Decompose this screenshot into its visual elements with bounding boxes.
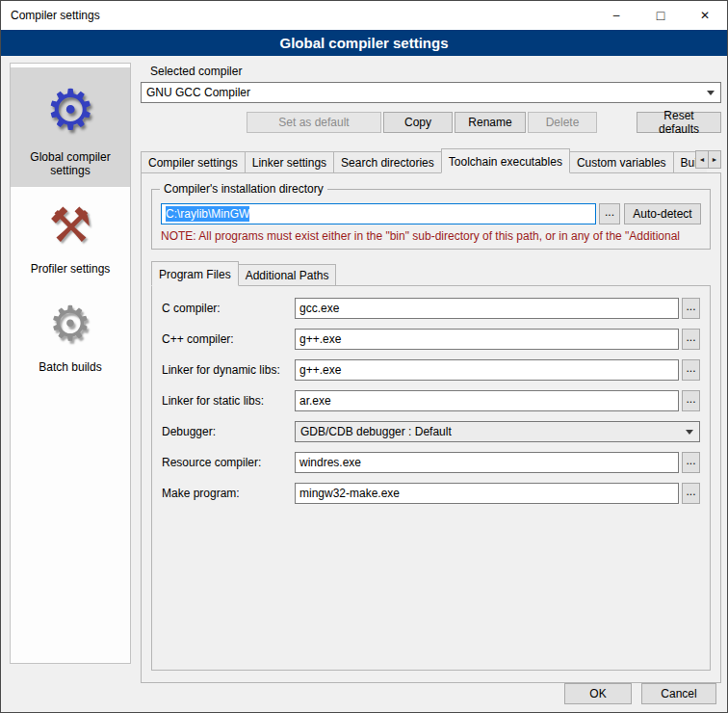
dynamic-linker-row: Linker for dynamic libs: g++.exe ...	[162, 359, 700, 381]
tab-additional-paths[interactable]: Additional Paths	[238, 264, 337, 286]
copy-button[interactable]: Copy	[383, 112, 453, 133]
static-linker-input[interactable]: ar.exe	[295, 390, 679, 411]
cpp-compiler-row: C++ compiler: g++.exe ...	[162, 329, 700, 350]
make-program-input[interactable]: mingw32-make.exe	[295, 483, 679, 504]
maximize-icon: □	[657, 8, 664, 23]
browse-make-program-button[interactable]: ...	[682, 483, 700, 504]
browse-install-dir-button[interactable]: ...	[599, 203, 620, 224]
tab-strip: Compiler settings Linker settings Search…	[141, 148, 721, 173]
settings-tabs: Compiler settings Linker settings Search…	[141, 148, 721, 683]
compiler-settings-dialog: Compiler settings – □ ✕ Global compiler …	[0, 0, 728, 713]
static-linker-row: Linker for static libs: ar.exe ...	[162, 390, 700, 411]
browse-static-linker-button[interactable]: ...	[682, 390, 700, 411]
sidebar-item-global-compiler-settings[interactable]: ⚙ Global compiler settings	[11, 67, 130, 187]
window-controls: – □ ✕	[594, 1, 727, 30]
tab-search-directories[interactable]: Search directories	[333, 151, 442, 173]
ok-button[interactable]: OK	[564, 683, 632, 704]
gear-stack-icon: ⚙	[49, 293, 92, 355]
rename-button[interactable]: Rename	[455, 112, 526, 133]
tab-toolchain-executables[interactable]: Toolchain executables	[441, 148, 570, 173]
tab-scroll-right-button[interactable]: ►	[708, 150, 721, 169]
window-titlebar: Compiler settings – □ ✕	[1, 1, 727, 30]
install-dir-input[interactable]: C:\raylib\MinGW	[161, 203, 596, 224]
c-compiler-row: C compiler: gcc.exe ...	[162, 298, 700, 319]
sidebar-item-batch-builds[interactable]: ⚙ Batch builds	[11, 285, 130, 383]
cancel-button[interactable]: Cancel	[641, 683, 716, 704]
main-panel: Selected compiler GNU GCC Compiler Set a…	[141, 61, 721, 683]
close-icon: ✕	[700, 9, 710, 22]
sidebar-item-profiler-settings[interactable]: ⚒ Profiler settings	[11, 187, 130, 285]
browse-resource-compiler-button[interactable]: ...	[682, 452, 700, 473]
c-compiler-value: gcc.exe	[299, 302, 339, 315]
make-program-label: Make program:	[162, 487, 295, 500]
installation-directory-row: C:\raylib\MinGW ... Auto-detect	[161, 203, 701, 224]
maximize-button[interactable]: □	[638, 1, 683, 30]
reset-defaults-button[interactable]: Reset defaults	[637, 112, 721, 133]
program-subtabs: Program Files Additional Paths C compile…	[151, 261, 711, 671]
c-compiler-label: C compiler:	[162, 302, 295, 315]
installation-directory-group: Compiler's installation directory C:\ray…	[151, 189, 711, 250]
toolchain-executables-page: Compiler's installation directory C:\ray…	[141, 172, 721, 683]
program-files-page: C compiler: gcc.exe ... C++ compiler: g+…	[151, 285, 711, 671]
close-button[interactable]: ✕	[683, 1, 727, 30]
tab-scrollers: ◄ ►	[696, 150, 721, 169]
tab-compiler-settings[interactable]: Compiler settings	[141, 151, 246, 173]
sidebar-item-label: Profiler settings	[31, 262, 111, 276]
debugger-row: Debugger: GDB/CDB debugger : Default	[162, 421, 700, 442]
browse-dynamic-linker-button[interactable]: ...	[682, 359, 700, 381]
cpp-compiler-value: g++.exe	[299, 332, 341, 346]
installation-directory-group-title: Compiler's installation directory	[160, 182, 327, 196]
chevron-down-icon	[704, 91, 717, 95]
chevron-down-icon	[683, 430, 696, 435]
debugger-select[interactable]: GDB/CDB debugger : Default	[295, 421, 700, 442]
debugger-value: GDB/CDB debugger : Default	[300, 425, 683, 438]
selected-compiler-label: Selected compiler	[150, 65, 721, 78]
sub-tab-strip: Program Files Additional Paths	[151, 261, 711, 286]
tab-program-files[interactable]: Program Files	[151, 261, 239, 286]
static-linker-label: Linker for static libs:	[162, 394, 295, 408]
arrow-left-icon: ◄	[699, 156, 706, 163]
cpp-compiler-input[interactable]: g++.exe	[295, 329, 679, 350]
dialog-footer: OK Cancel	[564, 683, 716, 704]
debugger-label: Debugger:	[162, 425, 295, 438]
cpp-compiler-label: C++ compiler:	[162, 332, 295, 346]
dynamic-linker-value: g++.exe	[299, 363, 341, 377]
settings-sidebar: ⚙ Global compiler settings ⚒ Profiler se…	[10, 63, 131, 664]
sidebar-item-label: Batch builds	[39, 360, 101, 374]
compiler-actions-row: Set as default Copy Rename Delete Reset …	[141, 112, 721, 133]
resource-compiler-label: Resource compiler:	[162, 456, 295, 469]
c-compiler-input[interactable]: gcc.exe	[295, 298, 679, 319]
static-linker-value: ar.exe	[299, 394, 331, 408]
dynamic-linker-label: Linker for dynamic libs:	[162, 363, 295, 377]
window-title: Compiler settings	[1, 9, 100, 22]
browse-c-compiler-button[interactable]: ...	[682, 298, 700, 319]
delete-button[interactable]: Delete	[528, 112, 597, 133]
minimize-icon: –	[613, 9, 620, 22]
arrow-right-icon: ►	[712, 156, 718, 163]
browse-cpp-compiler-button[interactable]: ...	[682, 329, 700, 350]
resource-compiler-row: Resource compiler: windres.exe ...	[162, 452, 700, 473]
selected-compiler-select[interactable]: GNU GCC Compiler	[141, 82, 721, 103]
make-program-value: mingw32-make.exe	[299, 487, 400, 500]
tab-scroll-left-button[interactable]: ◄	[695, 150, 709, 169]
tab-custom-variables[interactable]: Custom variables	[569, 151, 674, 173]
sidebar-item-label: Global compiler settings	[13, 150, 127, 177]
gear-icon: ⚙	[45, 75, 95, 145]
minimize-button[interactable]: –	[594, 1, 638, 30]
profiler-tools-icon: ⚒	[49, 195, 92, 256]
tab-linker-settings[interactable]: Linker settings	[245, 151, 334, 173]
dynamic-linker-input[interactable]: g++.exe	[295, 359, 679, 381]
selected-compiler-value: GNU GCC Compiler	[146, 86, 704, 99]
dialog-header: Global compiler settings	[1, 30, 727, 56]
make-program-row: Make program: mingw32-make.exe ...	[162, 483, 700, 504]
auto-detect-button[interactable]: Auto-detect	[624, 203, 701, 224]
note-text: NOTE: All programs must exist either in …	[161, 229, 701, 243]
resource-compiler-input[interactable]: windres.exe	[295, 452, 679, 473]
install-dir-selected-text: C:\raylib\MinGW	[166, 206, 249, 222]
set-as-default-button[interactable]: Set as default	[247, 112, 381, 133]
resource-compiler-value: windres.exe	[299, 456, 361, 469]
